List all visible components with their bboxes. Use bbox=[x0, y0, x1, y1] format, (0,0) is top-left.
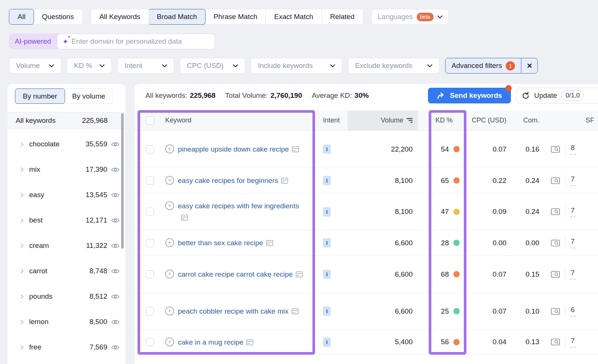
intent-filter-dropdown[interactable]: Intent bbox=[117, 58, 174, 74]
header-com[interactable]: Com. bbox=[508, 111, 541, 130]
row-checkbox[interactable] bbox=[146, 307, 154, 315]
eye-icon[interactable] bbox=[111, 141, 120, 147]
add-keyword-icon[interactable]: + bbox=[165, 307, 174, 315]
row-checkbox[interactable] bbox=[146, 177, 154, 185]
keyword-group-item[interactable]: mix 17,390 bbox=[7, 157, 125, 182]
header-intent[interactable]: Intent bbox=[315, 111, 348, 130]
add-keyword-icon[interactable]: + bbox=[165, 144, 174, 153]
keyword-group-item[interactable]: lemon 8,500 bbox=[7, 309, 125, 335]
header-kd[interactable]: KD % bbox=[418, 111, 466, 130]
by-volume-toggle[interactable]: By volume bbox=[65, 89, 113, 103]
keyword-group-item[interactable]: chocolate 35,559 bbox=[7, 131, 125, 157]
sf-value[interactable]: 8 bbox=[570, 144, 576, 155]
serp-doc-icon[interactable] bbox=[292, 146, 299, 152]
intent-badge[interactable]: I bbox=[323, 337, 331, 347]
intent-badge[interactable]: I bbox=[323, 144, 331, 154]
serp-preview-icon[interactable] bbox=[551, 307, 561, 315]
keyword-group-item[interactable]: free 7,569 bbox=[7, 335, 125, 360]
row-checkbox[interactable] bbox=[146, 208, 154, 216]
intent-badge[interactable]: I bbox=[323, 207, 331, 217]
row-checkbox[interactable] bbox=[146, 270, 154, 279]
serp-doc-icon[interactable] bbox=[246, 339, 253, 345]
add-keyword-icon[interactable]: + bbox=[165, 238, 174, 247]
keyword-link[interactable]: pineapple upside down cake recipe bbox=[178, 143, 299, 155]
intent-badge[interactable]: I bbox=[323, 238, 331, 248]
exclude-keywords-dropdown[interactable]: Exclude keywords bbox=[348, 58, 440, 74]
sf-value[interactable]: 7 bbox=[570, 269, 576, 280]
update-button[interactable]: Update 0/1,0 bbox=[516, 88, 598, 103]
sf-value[interactable]: 7 bbox=[570, 237, 576, 248]
tab-exact-match[interactable]: Exact Match bbox=[265, 9, 321, 24]
languages-dropdown[interactable]: Languages beta bbox=[372, 9, 449, 25]
clear-advanced-filters-button[interactable]: × bbox=[521, 58, 537, 73]
sf-value[interactable]: 7 bbox=[570, 337, 576, 348]
row-checkbox[interactable] bbox=[146, 239, 154, 247]
header-cpc[interactable]: CPC (USD) bbox=[466, 111, 508, 130]
eye-icon[interactable] bbox=[111, 345, 120, 350]
serp-doc-icon[interactable] bbox=[281, 178, 288, 184]
chevron-right-icon bbox=[19, 294, 24, 299]
tab-questions[interactable]: Questions bbox=[34, 9, 82, 24]
all-keywords-group-row[interactable]: All keywords 225,968 bbox=[7, 112, 125, 129]
tab-phrase-match[interactable]: Phrase Match bbox=[205, 9, 265, 24]
serp-preview-icon[interactable] bbox=[551, 208, 561, 216]
serp-preview-icon[interactable] bbox=[551, 145, 561, 153]
cpc-filter-dropdown[interactable]: CPC (USD) bbox=[180, 58, 245, 74]
keyword-link[interactable]: better than sex cake recipe bbox=[178, 237, 273, 249]
serp-doc-icon[interactable] bbox=[266, 240, 273, 246]
intent-badge[interactable]: I bbox=[323, 307, 331, 316]
sf-value[interactable]: 7 bbox=[570, 206, 576, 217]
add-keyword-icon[interactable]: + bbox=[165, 337, 174, 346]
include-keywords-dropdown[interactable]: Include keywords bbox=[251, 58, 342, 74]
sf-value[interactable]: 6 bbox=[570, 306, 576, 317]
intent-badge[interactable]: I bbox=[323, 176, 331, 185]
serp-doc-icon[interactable] bbox=[292, 308, 299, 314]
serp-preview-icon[interactable] bbox=[551, 239, 561, 247]
select-all-checkbox[interactable] bbox=[146, 116, 154, 125]
eye-icon[interactable] bbox=[111, 268, 120, 274]
sf-value[interactable]: 7 bbox=[570, 175, 576, 186]
keyword-link[interactable]: easy cake recipes for beginners bbox=[178, 175, 288, 186]
serp-preview-icon[interactable] bbox=[551, 338, 561, 346]
eye-icon[interactable] bbox=[111, 192, 120, 198]
tab-all[interactable]: All bbox=[9, 9, 34, 25]
header-sf[interactable]: SF bbox=[541, 111, 598, 130]
group-count: 7,569 bbox=[89, 343, 107, 351]
volume-filter-dropdown[interactable]: Volume bbox=[9, 58, 61, 74]
tab-related[interactable]: Related bbox=[321, 9, 363, 24]
keyword-link[interactable]: cake in a mug recipe bbox=[178, 336, 253, 348]
keyword-group-item[interactable]: pounds 8,512 bbox=[7, 284, 125, 309]
row-checkbox[interactable] bbox=[146, 145, 154, 153]
tab-broad-match[interactable]: Broad Match bbox=[148, 9, 206, 25]
serp-preview-icon[interactable] bbox=[551, 177, 561, 185]
add-keyword-icon[interactable]: + bbox=[165, 201, 174, 210]
header-volume[interactable]: Volume bbox=[348, 111, 418, 130]
advanced-filters-button[interactable]: Advanced filters 1 bbox=[446, 58, 521, 73]
eye-icon[interactable] bbox=[111, 294, 120, 299]
header-keyword[interactable]: Keyword bbox=[154, 111, 315, 130]
keyword-group-item[interactable]: cream 11,322 bbox=[7, 233, 125, 258]
intent-badge[interactable]: I bbox=[323, 270, 331, 279]
eye-icon[interactable] bbox=[111, 243, 120, 249]
kd-filter-dropdown[interactable]: KD % bbox=[67, 58, 112, 74]
domain-input[interactable] bbox=[71, 37, 209, 46]
add-keyword-icon[interactable]: + bbox=[165, 270, 174, 279]
keyword-group-item[interactable]: easy 13,545 bbox=[7, 182, 125, 208]
eye-icon[interactable] bbox=[111, 319, 120, 325]
keyword-group-item[interactable]: best 12,171 bbox=[7, 208, 125, 233]
serp-doc-icon[interactable] bbox=[296, 271, 303, 277]
keyword-link[interactable]: easy cake recipes with few ingredients bbox=[178, 200, 305, 223]
add-keyword-icon[interactable]: + bbox=[165, 176, 174, 185]
keyword-link[interactable]: peach cobbler recipe with cake mix bbox=[178, 305, 299, 317]
row-checkbox[interactable] bbox=[146, 338, 154, 346]
sidebar-scrollbar[interactable] bbox=[121, 113, 124, 249]
eye-icon[interactable] bbox=[111, 218, 120, 223]
tab-all-keywords[interactable]: All Keywords bbox=[91, 9, 149, 24]
serp-doc-icon[interactable] bbox=[181, 215, 188, 221]
eye-icon[interactable] bbox=[111, 167, 120, 172]
by-number-toggle[interactable]: By number bbox=[15, 88, 65, 104]
send-keywords-button[interactable]: Send keywords bbox=[428, 88, 511, 103]
keyword-link[interactable]: carrot cake recipe carrot cake recipe bbox=[178, 268, 303, 280]
keyword-group-item[interactable]: carrot 8,748 bbox=[7, 258, 125, 284]
serp-preview-icon[interactable] bbox=[551, 270, 561, 279]
